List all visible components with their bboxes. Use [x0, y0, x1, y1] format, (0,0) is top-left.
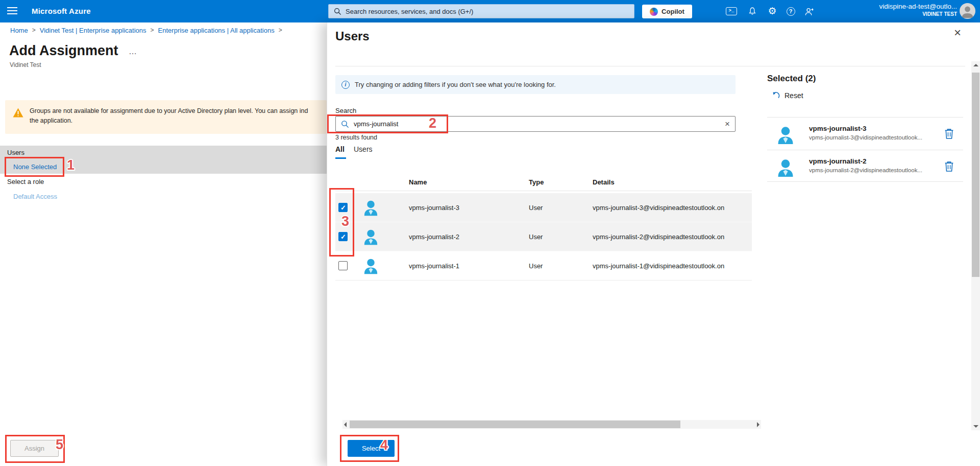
row-type: User [529, 204, 543, 212]
warning-text: Groups are not available for assignment … [30, 106, 325, 126]
breadcrumb-separator: > [151, 27, 154, 34]
row-details: vpms-journalist-1@vidispineadtestoutlook… [593, 262, 752, 270]
reset-label: Reset [785, 91, 803, 100]
select-role-label: Select a role [7, 178, 44, 185]
row-name: vpms-journalist-1 [409, 262, 459, 270]
divider [767, 150, 963, 150]
account-avatar[interactable] [960, 3, 975, 19]
user-search-input[interactable]: vpms-journalist × [335, 116, 736, 132]
row-type: User [529, 262, 543, 270]
breadcrumb-all-applications[interactable]: Enterprise applications | All applicatio… [158, 27, 275, 34]
vertical-scrollbar-thumb[interactable] [972, 73, 979, 277]
horizontal-scrollbar[interactable] [342, 420, 761, 429]
column-header-type: Type [529, 178, 544, 186]
table-row[interactable]: vpms-journalist-1 User vpms-journalist-1… [335, 251, 752, 281]
row-checkbox-unchecked[interactable] [338, 261, 348, 270]
copilot-label: Copilot [662, 8, 684, 15]
search-icon [341, 120, 349, 128]
select-button[interactable]: Select [348, 440, 395, 457]
selected-user-item: vpms-journalist-2 vpms-journalist-2@vidi… [767, 153, 963, 181]
assign-button[interactable]: Assign [10, 440, 59, 457]
feedback-person-icon[interactable] [803, 5, 815, 17]
delete-trash-icon[interactable] [944, 128, 954, 139]
default-access-link[interactable]: Default Access [13, 193, 57, 200]
notifications-bell-icon[interactable] [746, 5, 758, 17]
selected-user-name: vpms-journalist-2 [809, 157, 867, 165]
breadcrumb-separator: > [279, 27, 282, 34]
page-more-ellipsis-icon[interactable]: … [129, 47, 137, 56]
page-title: Add Assignment [9, 43, 118, 59]
panel-divider [335, 66, 965, 66]
selected-user-item: vpms-journalist-3 vpms-journalist-3@vidi… [767, 121, 963, 149]
delete-trash-icon[interactable] [944, 160, 954, 172]
reset-button[interactable]: Reset [771, 91, 803, 100]
breadcrumb-enterprise-apps[interactable]: Vidinet Test | Enterprise applications [40, 27, 146, 34]
info-icon: i [341, 81, 350, 89]
table-row[interactable]: vpms-journalist-2 User vpms-journalist-2… [335, 222, 752, 251]
tab-users[interactable]: Users [354, 145, 373, 153]
breadcrumb: Home > Vidinet Test | Enterprise applica… [10, 22, 327, 38]
brand-title[interactable]: Microsoft Azure [32, 0, 91, 22]
account-tenant: VIDINET TEST [879, 11, 957, 17]
close-icon[interactable]: × [954, 27, 961, 39]
search-icon [334, 8, 341, 15]
scroll-right-arrow-icon[interactable] [757, 422, 760, 427]
selected-user-email: vpms-journalist-3@vidispineadtestoutlook… [809, 134, 942, 141]
search-field-label: Search [335, 107, 356, 114]
selected-user-email: vpms-journalist-2@vidispineadtestoutlook… [809, 167, 942, 173]
divider [767, 181, 963, 182]
results-count: 3 results found [335, 134, 377, 141]
breadcrumb-separator: > [32, 27, 36, 34]
settings-gear-icon[interactable]: ⚙ [766, 5, 778, 17]
row-details: vpms-journalist-2@vidispineadtestoutlook… [593, 233, 752, 241]
table-row[interactable]: vpms-journalist-3 User vpms-journalist-3… [335, 193, 752, 222]
warning-triangle-icon [13, 108, 23, 118]
vertical-scrollbar[interactable] [971, 61, 980, 430]
table-header: Name Type Details [335, 177, 752, 191]
clear-search-icon[interactable]: × [725, 120, 730, 128]
row-checkbox-checked[interactable] [338, 203, 348, 212]
scroll-left-arrow-icon[interactable] [344, 422, 347, 427]
row-checkbox-checked[interactable] [338, 232, 348, 241]
users-picker-panel: Users × i Try changing or adding filters… [327, 22, 980, 466]
horizontal-scrollbar-thumb[interactable] [350, 421, 680, 428]
global-search-placeholder: Search resources, services, and docs (G+… [346, 8, 473, 15]
user-avatar-icon [775, 125, 796, 145]
none-selected-link[interactable]: None Selected [13, 163, 57, 171]
row-type: User [529, 233, 543, 241]
user-avatar-icon [362, 228, 380, 246]
azure-portal-screen: Microsoft Azure Search resources, servic… [0, 0, 980, 466]
breadcrumb-home[interactable]: Home [10, 27, 28, 34]
account-email: vidispine-ad-test@outlo... [879, 3, 957, 10]
users-field-label: Users [7, 149, 24, 156]
column-header-details: Details [593, 178, 615, 186]
page-subtitle: Vidinet Test [10, 61, 41, 68]
account-menu[interactable]: vidispine-ad-test@outlo... VIDINET TEST [879, 3, 957, 17]
panel-title: Users [335, 29, 370, 43]
row-name: vpms-journalist-2 [409, 233, 459, 241]
scroll-down-arrow-icon[interactable] [973, 425, 978, 428]
top-bar: Microsoft Azure Search resources, servic… [0, 0, 980, 22]
selected-count-title: Selected (2) [767, 74, 816, 84]
divider [767, 117, 963, 118]
scroll-up-arrow-icon[interactable] [973, 64, 978, 66]
info-banner: i Try changing or adding filters if you … [335, 75, 736, 94]
active-tab-underline [335, 157, 346, 159]
hamburger-menu-icon[interactable] [7, 7, 17, 15]
tab-all[interactable]: All [335, 145, 345, 153]
user-avatar-icon [362, 257, 380, 275]
cloud-shell-icon[interactable]: >_ [725, 5, 738, 17]
info-banner-text: Try changing or adding filters if you do… [355, 81, 556, 88]
row-details: vpms-journalist-3@vidispineadtestoutlook… [593, 204, 752, 212]
search-value: vpms-journalist [354, 120, 720, 128]
row-name: vpms-journalist-3 [409, 204, 459, 212]
selected-user-name: vpms-journalist-3 [809, 125, 867, 132]
warning-banner: Groups are not available for assignment … [5, 100, 327, 134]
undo-reset-icon [771, 91, 780, 100]
user-avatar-icon [362, 199, 380, 217]
global-search-input[interactable]: Search resources, services, and docs (G+… [328, 4, 634, 18]
column-header-name: Name [409, 178, 427, 186]
help-icon[interactable]: ? [785, 5, 797, 17]
copilot-icon [650, 8, 658, 16]
copilot-button[interactable]: Copilot [642, 5, 692, 18]
